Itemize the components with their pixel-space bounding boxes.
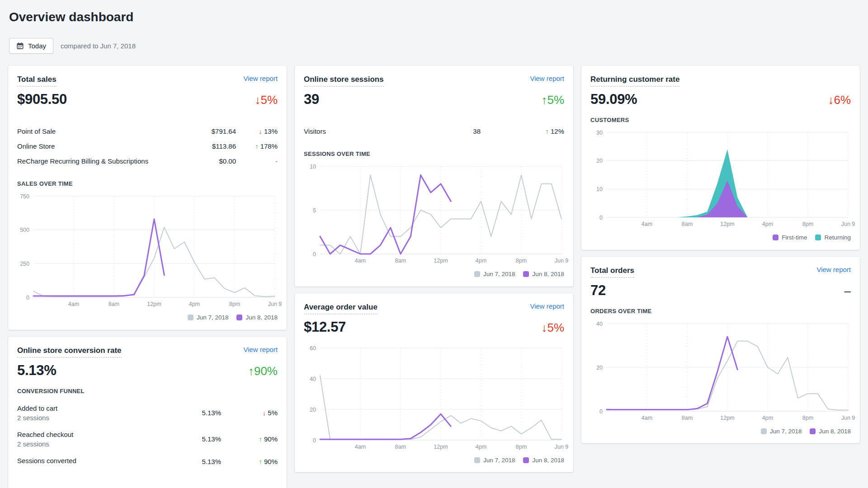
svg-text:Jun 9: Jun 9 xyxy=(841,415,855,421)
online-store-sessions-card: Online store sessions View report 39 ↑5%… xyxy=(295,66,573,286)
svg-text:4am: 4am xyxy=(642,415,652,421)
card-title-total-orders[interactable]: Total orders xyxy=(590,266,634,278)
trend-arrow-icon: ↓ xyxy=(263,409,266,417)
svg-text:12pm: 12pm xyxy=(147,301,161,307)
funnel-row: Added to cart 2 sessions 5.13% ↓5% xyxy=(17,400,278,426)
svg-text:8pm: 8pm xyxy=(516,444,527,450)
svg-text:4am: 4am xyxy=(642,221,652,227)
legend-item: Jun 8, 2018 xyxy=(523,457,564,464)
orders-over-time-chart: 020404am8am12pm4pm8pmJun 9 xyxy=(590,320,851,423)
legend-item: First-time xyxy=(773,235,807,241)
svg-text:0: 0 xyxy=(26,295,29,301)
svg-text:40: 40 xyxy=(310,375,316,382)
card-title-sessions[interactable]: Online store sessions xyxy=(304,75,384,87)
view-report-link-sessions[interactable]: View report xyxy=(530,75,564,82)
legend-label: First-time xyxy=(782,235,807,241)
svg-text:8pm: 8pm xyxy=(516,258,527,264)
funnel-step-sessions: 2 sessions xyxy=(17,414,196,422)
chart-legend: Jun 7, 2018Jun 8, 2018 xyxy=(590,428,851,435)
funnel-step-value: 5.13% xyxy=(202,409,221,417)
funnel-step-value: 5.13% xyxy=(202,435,221,443)
funnel-step-change: ↑90% xyxy=(221,435,278,443)
returning-rate-change: ↓6% xyxy=(828,93,851,107)
legend-swatch xyxy=(761,428,767,434)
funnel-step: Added to cart 2 sessions xyxy=(17,404,202,422)
column-1: Total sales View report $905.50 ↓5% Poin… xyxy=(8,66,287,488)
svg-text:12pm: 12pm xyxy=(720,415,734,421)
funnel-step: Reached checkout 2 sessions xyxy=(17,431,202,448)
card-title-aov[interactable]: Average order value xyxy=(304,302,377,314)
total-orders-value: 72 xyxy=(590,282,606,299)
visitors-label: Visitors xyxy=(304,127,473,135)
trend-arrow-icon: ↑ xyxy=(259,458,262,465)
legend-item: Jun 8, 2018 xyxy=(523,271,564,277)
svg-text:Jun 9: Jun 9 xyxy=(555,444,569,450)
card-title-total-sales[interactable]: Total sales xyxy=(17,75,57,87)
legend-label: Jun 8, 2018 xyxy=(532,457,564,464)
svg-text:0: 0 xyxy=(599,215,603,221)
funnel-step-change: ↑90% xyxy=(221,458,278,465)
date-range-label: Today xyxy=(28,42,46,50)
legend-label: Jun 7, 2018 xyxy=(483,457,515,464)
view-report-link-aov[interactable]: View report xyxy=(530,302,564,310)
svg-text:4pm: 4pm xyxy=(762,415,773,421)
table-row: Online Store $113.86 ↑178% xyxy=(17,139,278,154)
conversion-rate-change: ↑90% xyxy=(248,364,278,378)
legend-label: Returning xyxy=(824,235,851,241)
svg-text:Jun 9: Jun 9 xyxy=(555,258,569,264)
legend-label: Jun 8, 2018 xyxy=(245,314,278,321)
legend-item: Jun 7, 2018 xyxy=(474,271,515,277)
svg-text:12pm: 12pm xyxy=(434,258,448,264)
date-range-button[interactable]: Today xyxy=(9,38,53,54)
view-report-link-orders[interactable]: View report xyxy=(816,266,851,273)
trend-arrow-icon: ↑ xyxy=(259,435,262,443)
dashboard-grid: Total sales View report $905.50 ↓5% Poin… xyxy=(8,66,860,488)
legend-swatch xyxy=(523,457,529,463)
legend-item: Jun 8, 2018 xyxy=(236,314,278,321)
section-label-customers: CUSTOMERS xyxy=(590,117,851,123)
channel-change: - xyxy=(236,157,278,165)
legend-swatch xyxy=(236,314,242,320)
svg-text:8pm: 8pm xyxy=(802,221,813,227)
sessions-over-time-chart: 05104am8am12pm4pm8pmJun 9 xyxy=(304,163,564,266)
table-row: Point of Sale $791.64 ↓13% xyxy=(17,124,278,139)
channel-label: ReCharge Recurring Billing & Subscriptio… xyxy=(17,157,219,165)
chart-legend: Jun 7, 2018Jun 8, 2018 xyxy=(304,457,564,464)
funnel-step-label: Sessions converted xyxy=(17,457,196,465)
funnel-step: Sessions converted xyxy=(17,457,202,466)
svg-text:8am: 8am xyxy=(108,301,119,307)
legend-swatch xyxy=(474,457,480,463)
svg-text:4pm: 4pm xyxy=(476,258,486,264)
view-report-link-conversion[interactable]: View report xyxy=(243,346,278,353)
svg-text:250: 250 xyxy=(20,261,29,267)
customers-chart: 01020304am8am12pm4pm8pmJun 9 xyxy=(590,129,851,229)
card-title-returning-rate[interactable]: Returning customer rate xyxy=(590,75,679,87)
svg-text:4am: 4am xyxy=(355,258,366,264)
svg-text:10: 10 xyxy=(596,186,603,192)
svg-text:4am: 4am xyxy=(68,301,79,307)
legend-label: Jun 7, 2018 xyxy=(197,314,229,321)
svg-text:40: 40 xyxy=(596,320,603,327)
svg-text:8am: 8am xyxy=(682,415,693,421)
legend-item: Jun 8, 2018 xyxy=(810,428,851,435)
svg-text:Jun 9: Jun 9 xyxy=(841,221,855,227)
legend-swatch xyxy=(815,235,821,240)
aov-over-time-chart: 02040604am8am12pm4pm8pmJun 9 xyxy=(304,344,564,452)
section-label-sessions-over-time: SESSIONS OVER TIME xyxy=(304,150,564,157)
view-report-link-total-sales[interactable]: View report xyxy=(243,75,278,82)
date-controls: Today compared to Jun 7, 2018 xyxy=(9,38,859,54)
section-label-orders-over-time: ORDERS OVER TIME xyxy=(590,308,851,314)
average-order-value-card: Average order value View report $12.57 ↓… xyxy=(295,293,573,473)
card-title-conversion-rate[interactable]: Online store conversion rate xyxy=(17,346,122,358)
channel-value: $0.00 xyxy=(219,157,236,165)
section-label-sales-over-time: SALES OVER TIME xyxy=(17,180,278,187)
svg-text:4pm: 4pm xyxy=(762,221,773,227)
trend-arrow-icon: ↑ xyxy=(545,127,549,135)
trend-arrow-icon: ↑ xyxy=(255,142,259,150)
legend-swatch xyxy=(523,271,529,277)
svg-text:10: 10 xyxy=(310,164,316,170)
funnel-row: Reached checkout 2 sessions 5.13% ↑90% xyxy=(17,426,278,452)
svg-text:12pm: 12pm xyxy=(434,444,448,450)
legend-item: Returning xyxy=(815,235,851,241)
funnel-row: Sessions converted 5.13% ↑90% xyxy=(17,452,278,471)
